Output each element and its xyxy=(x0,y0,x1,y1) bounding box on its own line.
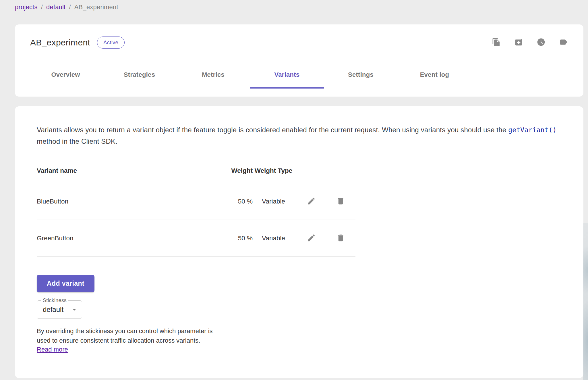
tab-label: Strategies xyxy=(124,71,155,78)
status-badge: Active xyxy=(97,37,125,49)
add-variant-button[interactable]: Add variant xyxy=(37,275,94,292)
read-more-link[interactable]: Read more xyxy=(37,346,68,353)
table-body: BlueButton 50 % Variable xyxy=(37,183,355,257)
header-actions xyxy=(492,38,568,47)
title-row: AB_experiment Active xyxy=(15,24,583,61)
tabs: Overview Strategies Metrics Variants Set… xyxy=(15,61,583,97)
copy-icon xyxy=(492,38,501,47)
table-row: GreenButton 50 % Variable xyxy=(37,220,355,257)
history-button[interactable] xyxy=(536,38,546,47)
stickiness-select[interactable]: Stickiness default xyxy=(37,300,82,319)
page-title: AB_experiment xyxy=(30,38,90,47)
pencil-icon xyxy=(307,197,316,206)
copy-button[interactable] xyxy=(492,38,501,47)
breadcrumb-current: AB_experiment xyxy=(74,3,118,11)
tag-icon xyxy=(559,38,568,47)
delete-variant-button[interactable] xyxy=(334,195,347,208)
edit-variant-button[interactable] xyxy=(305,231,318,245)
breadcrumb-separator: / xyxy=(41,3,43,11)
variant-weight: 50 % xyxy=(212,220,253,257)
description-text: method in the Client SDK. xyxy=(37,137,117,145)
archive-button[interactable] xyxy=(514,38,523,47)
pencil-icon xyxy=(307,233,316,243)
header-weight: Weight xyxy=(212,160,253,182)
variants-table: Variant name Weight Weight Type BlueButt… xyxy=(37,159,355,257)
feature-header-card: AB_experiment Active xyxy=(15,24,583,97)
variant-name: GreenButton xyxy=(37,220,212,257)
header-spacer xyxy=(297,164,326,179)
breadcrumb-separator: / xyxy=(69,3,71,11)
edit-variant-button[interactable] xyxy=(305,195,318,208)
variants-description: Variants allows you to return a variant … xyxy=(37,124,565,147)
variant-weight-type: Variable xyxy=(253,220,297,257)
stickiness-help-text: By overriding the stickiness you can con… xyxy=(37,326,222,345)
background-texture xyxy=(583,223,588,380)
tab-metrics[interactable]: Metrics xyxy=(176,61,250,89)
tab-label: Variants xyxy=(274,71,299,78)
table-row: BlueButton 50 % Variable xyxy=(37,183,355,220)
breadcrumb-link-projects[interactable]: projects xyxy=(15,3,38,11)
variant-weight: 50 % xyxy=(212,183,253,220)
tab-label: Metrics xyxy=(202,71,225,78)
variant-weight-type: Variable xyxy=(253,183,297,220)
tab-strategies[interactable]: Strategies xyxy=(102,61,176,89)
variants-panel: Variants allows you to return a variant … xyxy=(15,106,583,378)
header-spacer xyxy=(326,164,355,179)
tab-settings[interactable]: Settings xyxy=(324,61,398,89)
tab-label: Event log xyxy=(420,71,449,78)
table-header: Variant name Weight Weight Type xyxy=(37,159,355,183)
trash-icon xyxy=(336,233,345,243)
variant-name: BlueButton xyxy=(37,183,212,220)
breadcrumb: projects / default / AB_experiment xyxy=(15,3,118,11)
tag-button[interactable] xyxy=(559,38,568,47)
header-weight-type: Weight Type xyxy=(253,159,297,183)
delete-variant-button[interactable] xyxy=(334,231,347,245)
tab-variants[interactable]: Variants xyxy=(250,61,324,89)
tab-event-log[interactable]: Event log xyxy=(398,61,471,89)
stickiness-value: default xyxy=(43,306,63,314)
archive-icon xyxy=(514,38,523,47)
tab-overview[interactable]: Overview xyxy=(29,61,102,89)
breadcrumb-link-default[interactable]: default xyxy=(46,3,65,11)
trash-icon xyxy=(336,197,345,206)
tab-label: Overview xyxy=(51,71,80,78)
page: projects / default / AB_experiment AB_ex… xyxy=(0,0,588,380)
code-getvariant: getVariant() xyxy=(508,126,557,134)
active-tab-indicator xyxy=(250,87,324,89)
header-variant-name: Variant name xyxy=(37,160,212,182)
stickiness-label: Stickiness xyxy=(41,298,68,304)
description-text: Variants allows you to return a variant … xyxy=(37,126,508,134)
clock-icon xyxy=(537,38,546,47)
chevron-down-icon xyxy=(70,306,78,314)
tab-label: Settings xyxy=(348,71,374,78)
